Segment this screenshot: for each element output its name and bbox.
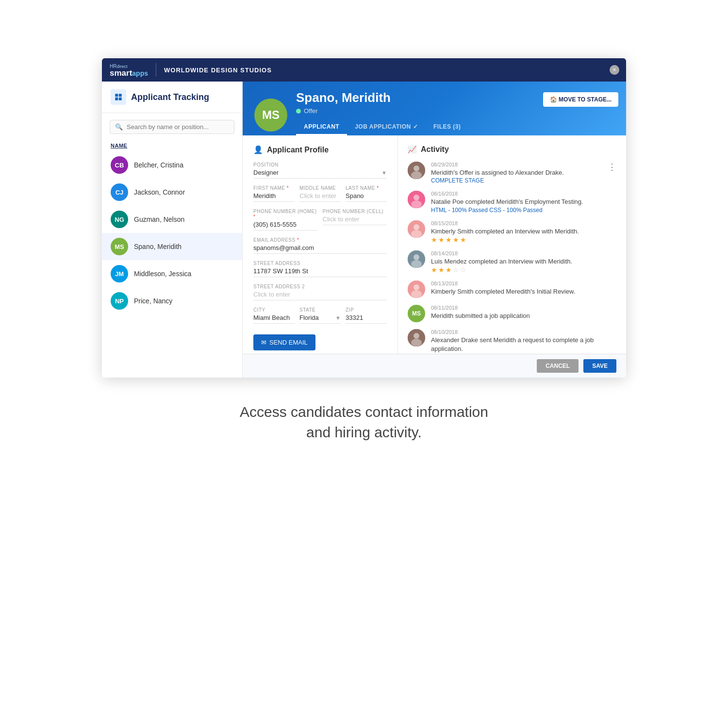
- state-field: STATE Florida ▼: [299, 307, 341, 324]
- position-value[interactable]: Designer ▼: [253, 169, 387, 179]
- svg-rect-0: [115, 94, 118, 97]
- activity-item: 08/10/2018 Alexander Drake sent Meridith…: [408, 329, 616, 353]
- applicant-name: Guzman, Nelson: [134, 215, 184, 223]
- activity-title: Activity: [421, 145, 449, 154]
- avatar: CB: [111, 156, 128, 174]
- activity-avatar-img: [408, 281, 425, 298]
- applicant-name: Middleson, Jessica: [134, 270, 191, 278]
- last-name-field: LAST NAME * Spano: [346, 185, 387, 202]
- activity-body: 08/11/2018 Meridith submitted a job appl…: [431, 305, 616, 320]
- profile-avatar: MS: [254, 99, 287, 132]
- first-name-field: FIRST NAME * Meridith: [253, 185, 295, 202]
- applicant-item[interactable]: NP Price, Nancy: [102, 287, 242, 314]
- activity-body: 08/14/2018 Luis Mendez completed an Inte…: [431, 250, 616, 274]
- phone-home-field: PHONE NUMBER (HOME) * (305) 615-5555: [253, 209, 318, 231]
- cancel-button[interactable]: CANCEL: [537, 359, 579, 373]
- profile-tab[interactable]: FILES (3): [426, 119, 469, 135]
- activity-list: 08/29/2018 Meridith's Offer is assigned …: [408, 162, 616, 354]
- applicant-item[interactable]: CB Belcher, Cristina: [102, 151, 242, 179]
- profile-tab[interactable]: APPLICANT: [296, 119, 347, 135]
- activity-date: 08/15/2018: [431, 220, 616, 226]
- move-stage-button[interactable]: 🏠 MOVE TO STAGE...: [543, 92, 618, 107]
- last-name-value[interactable]: Spano: [346, 192, 387, 202]
- svg-point-21: [411, 339, 422, 347]
- send-email-button[interactable]: ✉ SEND EMAIL: [253, 334, 315, 350]
- svg-point-14: [414, 254, 419, 260]
- section-title: Applicant Profile: [267, 146, 329, 154]
- street2-value[interactable]: Click to enter: [253, 291, 387, 300]
- activity-more-btn[interactable]: ⋮: [608, 162, 616, 172]
- zip-value[interactable]: 33321: [346, 314, 387, 324]
- sidebar-title: Applicant Tracking: [131, 92, 209, 102]
- state-dropdown-arrow: ▼: [335, 315, 341, 321]
- nav-divider: [156, 63, 156, 77]
- svg-rect-3: [119, 98, 122, 100]
- activity-item: MS 08/11/2018 Meridith submitted a job a…: [408, 305, 616, 322]
- phone-home-value[interactable]: (305) 615-5555: [253, 221, 318, 231]
- search-box[interactable]: 🔍: [110, 120, 234, 134]
- avatar: CJ: [111, 183, 128, 201]
- activity-link[interactable]: HTML - 100% Passed CSS - 100% Passed: [431, 207, 616, 214]
- activity-date: 08/10/2018: [431, 329, 616, 335]
- activity-text: Kimberly Smith completed Meredith's Init…: [431, 287, 616, 296]
- city-value[interactable]: Miami Beach: [253, 314, 295, 324]
- avatar: NG: [111, 211, 128, 228]
- phone-home-label: PHONE NUMBER (HOME) *: [253, 209, 318, 219]
- profile-tab[interactable]: JOB APPLICATION ✓: [347, 119, 426, 135]
- svg-point-20: [414, 333, 419, 339]
- activity-link[interactable]: COMPLETE STAGE: [431, 177, 602, 184]
- activity-text: Meridith's Offer is assigned to Alexande…: [431, 168, 602, 177]
- middle-name-field: MIDDLE NAME Click to enter: [299, 185, 341, 202]
- avatar: MS: [111, 238, 128, 255]
- search-input[interactable]: [127, 123, 229, 131]
- svg-point-17: [414, 284, 419, 290]
- activity-item: 08/15/2018 Kimberly Smith completed an I…: [408, 220, 616, 244]
- city-field: CITY Miami Beach: [253, 307, 295, 324]
- street2-field: STREET ADDRESS 2 Click to enter: [253, 284, 387, 300]
- status-dot: [296, 109, 301, 114]
- search-icon: 🔍: [115, 123, 123, 131]
- activity-text: Kimberly Smith completed an Interview wi…: [431, 227, 616, 236]
- street-value[interactable]: 11787 SW 119th St: [253, 267, 387, 277]
- activity-body: 08/10/2018 Alexander Drake sent Meridith…: [431, 329, 616, 353]
- top-nav: HRdirect smartapps WORLDWIDE DESIGN STUD…: [102, 58, 626, 82]
- middle-name-value[interactable]: Click to enter: [299, 192, 341, 202]
- rating-stars: ★★★★★: [431, 236, 616, 244]
- phone-cell-field: PHONE NUMBER (CELL) Click to enter: [323, 209, 387, 231]
- applicant-item[interactable]: MS Spano, Meridith: [102, 233, 242, 260]
- email-field: EMAIL ADDRESS * spanoms@gmail.com: [253, 237, 387, 254]
- activity-text: Natalie Poe completed Meridith's Employm…: [431, 198, 616, 206]
- first-name-value[interactable]: Meridith: [253, 192, 295, 202]
- activity-text: Meridith submitted a job application: [431, 312, 616, 320]
- svg-point-6: [411, 171, 422, 179]
- svg-point-9: [411, 200, 422, 208]
- applicant-item[interactable]: NG Guzman, Nelson: [102, 206, 242, 233]
- logo: HRdirect smartapps: [110, 63, 148, 77]
- applicant-item[interactable]: JM Middleson, Jessica: [102, 260, 242, 287]
- activity-header: 📈 Activity: [408, 145, 616, 154]
- email-value[interactable]: spanoms@gmail.com: [253, 244, 387, 254]
- logo-smart: smart: [110, 68, 132, 78]
- column-name-label: NAME: [102, 141, 242, 151]
- phone-cell-value[interactable]: Click to enter: [323, 215, 387, 225]
- city-state-zip-row: CITY Miami Beach STATE Florida ▼: [253, 307, 387, 331]
- save-button[interactable]: SAVE: [583, 359, 616, 373]
- close-button[interactable]: ×: [610, 65, 619, 75]
- activity-avatar-img: [408, 191, 425, 208]
- svg-point-15: [411, 260, 422, 268]
- caption: Access candidates contact information an…: [240, 402, 488, 443]
- applicant-name: Spano, Meridith: [134, 243, 182, 250]
- state-value[interactable]: Florida ▼: [299, 314, 341, 324]
- applicant-item[interactable]: CJ Jackson, Connor: [102, 179, 242, 206]
- company-name: WORLDWIDE DESIGN STUDIOS: [164, 66, 272, 74]
- svg-point-18: [411, 290, 422, 298]
- activity-avatar-img: [408, 250, 425, 268]
- activity-body: 08/16/2018 Natalie Poe completed Meridit…: [431, 191, 616, 213]
- zip-field: ZIP 33321: [346, 307, 387, 324]
- action-bar: CANCEL SAVE: [243, 354, 626, 378]
- profile-form: 👤 Applicant Profile POSITION Designer ▼: [243, 135, 398, 354]
- zip-label: ZIP: [346, 307, 387, 313]
- sidebar-header: Applicant Tracking: [102, 82, 242, 113]
- activity-date: 08/13/2018: [431, 281, 616, 286]
- phone-row: PHONE NUMBER (HOME) * (305) 615-5555 PHO…: [253, 209, 387, 237]
